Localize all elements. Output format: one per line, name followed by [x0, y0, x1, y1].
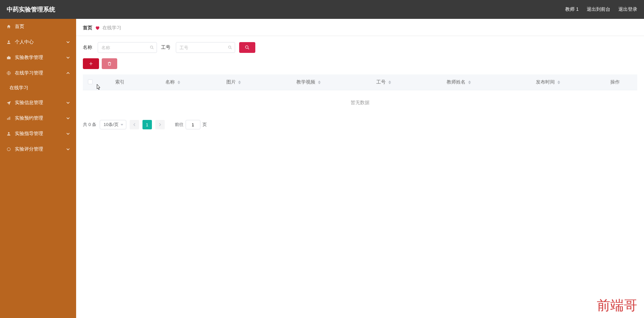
breadcrumb-home[interactable]: 首页 — [83, 25, 92, 31]
sidebar-item-home[interactable]: 首页 — [0, 19, 76, 34]
chevron-down-icon — [66, 116, 70, 120]
main-content: 首页 在线学习 名称 工号 — [76, 19, 644, 318]
table-header-name[interactable]: 名称 — [142, 74, 203, 90]
filter-job-label: 工号 — [161, 44, 170, 51]
sidebar-item-online-learning[interactable]: 在线学习管理 — [0, 65, 76, 81]
chevron-right-icon — [158, 123, 162, 126]
svg-point-0 — [8, 40, 10, 42]
app-header: 中药实验管理系统 教师 1 退出到前台 退出登录 — [0, 0, 644, 19]
sidebar: 首页 个人中心 实验教学管理 在线学习管理 — [0, 19, 76, 318]
table-header-job[interactable]: 工号 — [353, 74, 414, 90]
svg-rect-3 — [7, 118, 8, 120]
chevron-down-icon — [66, 40, 70, 44]
breadcrumb: 首页 在线学习 — [76, 19, 644, 36]
sidebar-item-label: 实验指导管理 — [15, 131, 66, 137]
chevron-down-icon — [66, 147, 70, 151]
svg-rect-5 — [9, 117, 10, 120]
jumper-suffix: 页 — [202, 122, 207, 128]
filter-name-label: 名称 — [83, 44, 92, 51]
chevron-down-icon — [66, 132, 70, 136]
bars-icon — [6, 116, 11, 121]
sort-icon[interactable] — [388, 81, 391, 84]
sidebar-item-label: 实验教学管理 — [15, 55, 66, 61]
briefcase-icon — [6, 55, 11, 60]
pagination: 共 0 条 10条/页 1 前往 页 — [76, 115, 644, 137]
sort-icon[interactable] — [318, 81, 321, 84]
globe-icon — [6, 70, 11, 76]
filter-job-input[interactable] — [176, 42, 235, 53]
svg-rect-1 — [7, 57, 11, 59]
action-bar — [83, 58, 637, 69]
circle-icon — [6, 147, 11, 152]
sidebar-item-label: 实验评分管理 — [15, 146, 66, 152]
jumper-prefix: 前往 — [175, 122, 184, 128]
table-header-image[interactable]: 图片 — [203, 74, 264, 90]
svg-point-7 — [7, 148, 10, 151]
chevron-down-icon — [66, 56, 70, 60]
pagination-total: 共 0 条 — [83, 122, 96, 128]
back-to-front-link[interactable]: 退出到前台 — [587, 6, 610, 12]
plane-icon — [6, 100, 11, 105]
data-table: 索引 名称 图片 教学视频 — [83, 74, 637, 115]
sidebar-item-label: 实验预约管理 — [15, 115, 66, 121]
sidebar-item-label: 首页 — [15, 24, 70, 30]
empty-text: 暂无数据 — [83, 90, 637, 116]
pager-next-button[interactable] — [155, 120, 165, 129]
sidebar-item-teaching[interactable]: 实验教学管理 — [0, 50, 76, 65]
page-size-select[interactable]: 10条/页 — [100, 120, 126, 129]
sidebar-item-personal[interactable]: 个人中心 — [0, 34, 76, 50]
chevron-up-icon — [66, 71, 70, 75]
delete-button[interactable] — [102, 58, 117, 69]
sidebar-item-info[interactable]: 实验信息管理 — [0, 95, 76, 110]
sidebar-item-scoring[interactable]: 实验评分管理 — [0, 141, 76, 157]
user-icon — [6, 39, 11, 45]
sort-icon[interactable] — [178, 81, 180, 84]
app-title: 中药实验管理系统 — [7, 5, 55, 13]
chevron-down-icon — [66, 101, 70, 105]
sort-icon[interactable] — [557, 81, 560, 84]
chevron-left-icon — [133, 123, 136, 126]
add-button[interactable] — [83, 58, 99, 69]
sidebar-subitem-label: 在线学习 — [9, 85, 28, 91]
filter-name-input[interactable] — [98, 42, 157, 53]
sort-icon[interactable] — [468, 81, 471, 84]
svg-rect-4 — [8, 118, 9, 120]
svg-point-10 — [246, 46, 248, 49]
checkbox-icon[interactable] — [88, 80, 93, 84]
pagination-jumper: 前往 页 — [175, 120, 207, 129]
sidebar-item-label: 实验信息管理 — [15, 100, 66, 106]
table-header-video[interactable]: 教学视频 — [264, 74, 353, 90]
table-header-publish-time[interactable]: 发布时间 — [503, 74, 592, 90]
svg-point-6 — [8, 132, 10, 134]
sidebar-item-reservation[interactable]: 实验预约管理 — [0, 110, 76, 126]
user-name-link[interactable]: 教师 1 — [565, 6, 579, 12]
pager-prev-button[interactable] — [130, 120, 139, 129]
table-header-index: 索引 — [98, 74, 142, 90]
table-header-checkbox[interactable] — [83, 74, 98, 90]
sort-icon[interactable] — [238, 81, 241, 84]
search-icon — [245, 45, 250, 50]
heart-icon — [95, 26, 100, 30]
plus-icon — [89, 61, 93, 66]
filter-bar: 名称 工号 — [83, 42, 637, 53]
trash-icon — [107, 61, 112, 66]
breadcrumb-current: 在线学习 — [102, 25, 121, 31]
sidebar-subitem-online-learning[interactable]: 在线学习 — [0, 81, 76, 95]
logout-link[interactable]: 退出登录 — [618, 6, 637, 12]
sidebar-item-label: 在线学习管理 — [15, 70, 66, 76]
home-icon — [6, 24, 11, 29]
search-button[interactable] — [239, 42, 255, 53]
table-header-action: 操作 — [592, 74, 637, 90]
sidebar-item-label: 个人中心 — [15, 39, 66, 45]
sidebar-item-guidance[interactable]: 实验指导管理 — [0, 126, 76, 141]
table-header-teacher[interactable]: 教师姓名 — [414, 74, 503, 90]
jumper-input[interactable] — [186, 120, 200, 129]
header-actions: 教师 1 退出到前台 退出登录 — [565, 6, 637, 12]
table-empty-row: 暂无数据 — [83, 90, 637, 116]
pager-page-1[interactable]: 1 — [142, 120, 152, 129]
user-icon — [6, 131, 11, 136]
